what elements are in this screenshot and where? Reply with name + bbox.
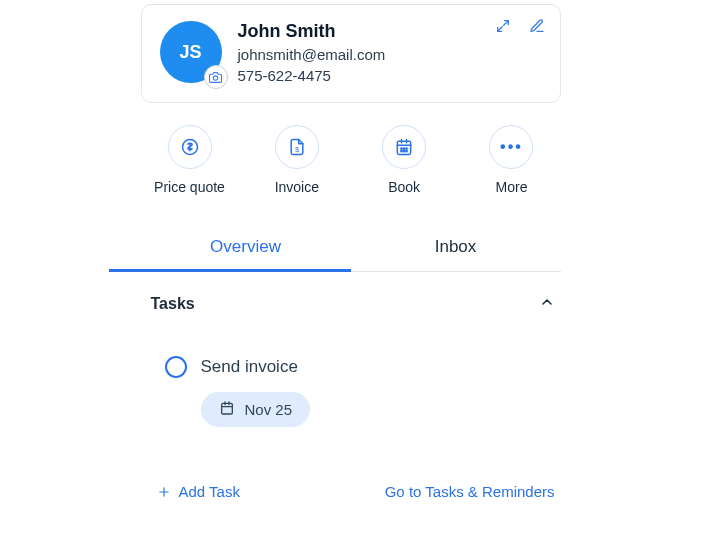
action-label: More xyxy=(496,179,528,195)
avatar: JS xyxy=(160,21,224,85)
expand-icon[interactable] xyxy=(494,17,512,35)
svg-text:$: $ xyxy=(295,146,299,153)
add-task-button[interactable]: Add Task xyxy=(157,483,240,500)
camera-icon[interactable] xyxy=(204,65,228,89)
action-label: Book xyxy=(388,179,420,195)
svg-point-4 xyxy=(401,148,402,149)
chevron-up-icon[interactable] xyxy=(539,294,555,314)
dollar-circle-icon xyxy=(168,125,212,169)
invoice-button[interactable]: $ Invoice xyxy=(252,125,342,195)
task-item: Send invoice Nov 25 xyxy=(141,356,561,427)
book-button[interactable]: Book xyxy=(359,125,449,195)
contact-email: johnsmith@email.com xyxy=(238,44,386,65)
calendar-icon xyxy=(382,125,426,169)
plus-icon xyxy=(157,485,171,499)
contact-phone: 575-622-4475 xyxy=(238,65,386,86)
invoice-file-icon: $ xyxy=(275,125,319,169)
svg-point-6 xyxy=(406,148,407,149)
more-button[interactable]: ••• More xyxy=(466,125,556,195)
goto-tasks-link[interactable]: Go to Tasks & Reminders xyxy=(385,483,555,500)
tab-overview[interactable]: Overview xyxy=(141,227,351,271)
action-label: Invoice xyxy=(275,179,319,195)
svg-rect-10 xyxy=(221,403,232,414)
price-quote-button[interactable]: Price quote xyxy=(145,125,235,195)
calendar-small-icon xyxy=(219,400,235,419)
action-label: Price quote xyxy=(154,179,225,195)
svg-point-0 xyxy=(213,75,217,79)
more-icon: ••• xyxy=(489,125,533,169)
svg-point-8 xyxy=(403,151,404,152)
contact-name: John Smith xyxy=(238,21,386,42)
svg-point-9 xyxy=(406,151,407,152)
task-title: Send invoice xyxy=(201,357,298,377)
tab-inbox[interactable]: Inbox xyxy=(351,227,561,271)
edit-icon[interactable] xyxy=(528,17,546,35)
svg-point-7 xyxy=(401,151,402,152)
svg-point-5 xyxy=(403,148,404,149)
contact-card: JS John Smith johnsmith@email.com 575-62… xyxy=(141,4,561,103)
add-task-label: Add Task xyxy=(179,483,240,500)
tasks-heading: Tasks xyxy=(151,295,195,313)
task-date: Nov 25 xyxy=(245,401,293,418)
task-date-chip[interactable]: Nov 25 xyxy=(201,392,311,427)
task-checkbox[interactable] xyxy=(165,356,187,378)
